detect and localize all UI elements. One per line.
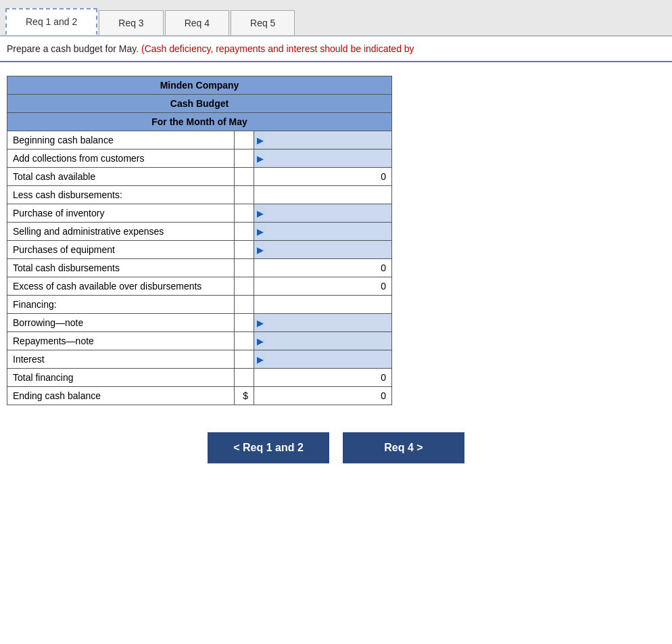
row-static-13: 0 (381, 372, 386, 383)
row-input-0[interactable] (265, 133, 389, 147)
row-label-6: Purchases of equipment (7, 241, 235, 259)
row-label-11: Repayments—note (7, 332, 235, 350)
table-row: Financing: (7, 296, 392, 314)
row-label-4: Purchase of inventory (7, 204, 235, 223)
row-dollar-3 (235, 186, 254, 204)
table-row: Total financing0 (7, 369, 392, 387)
input-arrow-4: ▶ (257, 208, 264, 218)
table-row: Add collections from customers▶ (7, 150, 392, 168)
input-arrow-5: ▶ (257, 227, 264, 237)
table-row: Beginning cash balance▶ (7, 131, 392, 150)
table-row: Total cash available0 (7, 168, 392, 186)
row-dollar-4 (235, 204, 254, 223)
prev-button[interactable]: < Req 1 and 2 (208, 432, 329, 463)
row-label-14: Ending cash balance (7, 387, 235, 405)
row-dollar-12 (235, 350, 254, 369)
row-dollar-7 (235, 259, 254, 277)
table-row: Borrowing—note▶ (7, 314, 392, 332)
row-label-10: Borrowing—note (7, 314, 235, 332)
row-label-13: Total financing (7, 369, 235, 387)
input-arrow-11: ▶ (257, 336, 264, 346)
row-value-10[interactable]: ▶ (254, 314, 391, 332)
table-row: Ending cash balance$0 (7, 387, 392, 405)
budget-title-text: Cash Budget (170, 98, 229, 109)
row-value-7: 0 (254, 259, 391, 277)
period-header: For the Month of May (7, 113, 392, 131)
tab-req4-label: Req 4 (185, 18, 210, 28)
input-arrow-10: ▶ (257, 318, 264, 328)
tabs-bar: Req 1 and 2 Req 3 Req 4 Req 5 (0, 0, 672, 37)
row-dollar-8 (235, 277, 254, 296)
row-input-1[interactable] (265, 151, 389, 166)
row-input-5[interactable] (265, 224, 389, 239)
row-value-5[interactable]: ▶ (254, 223, 391, 241)
tab-req1and2-label: Req 1 and 2 (26, 16, 77, 27)
row-value-4[interactable]: ▶ (254, 204, 391, 223)
tab-req3[interactable]: Req 3 (99, 10, 163, 35)
input-arrow-12: ▶ (257, 354, 264, 365)
row-label-9: Financing: (7, 296, 235, 314)
row-value-12[interactable]: ▶ (254, 350, 391, 369)
row-dollar-2 (235, 168, 254, 186)
row-label-1: Add collections from customers (7, 150, 235, 168)
next-button[interactable]: Req 4 > (343, 432, 464, 463)
table-container: Minden Company Cash Budget For the Month… (0, 62, 672, 412)
period-text: For the Month of May (151, 116, 247, 127)
row-label-5: Selling and administrative expenses (7, 223, 235, 241)
row-dollar-1 (235, 150, 254, 168)
bottom-nav: < Req 1 and 2 Req 4 > (0, 412, 672, 477)
row-value-6[interactable]: ▶ (254, 241, 391, 259)
company-name-text: Minden Company (160, 80, 239, 91)
row-label-8: Excess of cash available over disburseme… (7, 277, 235, 296)
row-value-3 (254, 186, 391, 204)
table-row: Purchases of equipment▶ (7, 241, 392, 259)
row-value-1[interactable]: ▶ (254, 150, 391, 168)
input-arrow-1: ▶ (257, 154, 264, 164)
instruction-prefix: Prepare a cash budget for May. (7, 43, 141, 54)
prev-button-label: < Req 1 and 2 (233, 442, 304, 453)
tab-req4[interactable]: Req 4 (165, 10, 229, 35)
row-dollar-13 (235, 369, 254, 387)
row-value-13: 0 (254, 369, 391, 387)
row-label-3: Less cash disbursements: (7, 186, 235, 204)
tab-req5[interactable]: Req 5 (231, 10, 295, 35)
row-static-7: 0 (381, 262, 386, 273)
company-name-header: Minden Company (7, 76, 392, 95)
table-row: Selling and administrative expenses▶ (7, 223, 392, 241)
row-input-4[interactable] (265, 206, 389, 221)
table-row: Less cash disbursements: (7, 186, 392, 204)
input-arrow-6: ▶ (257, 245, 264, 255)
next-button-label: Req 4 > (384, 442, 423, 453)
row-dollar-11 (235, 332, 254, 350)
row-label-7: Total cash disbursements (7, 259, 235, 277)
row-value-14: 0 (254, 387, 391, 405)
row-value-2: 0 (254, 168, 391, 186)
row-input-6[interactable] (265, 242, 389, 257)
table-row: Total cash disbursements0 (7, 259, 392, 277)
page-wrapper: Req 1 and 2 Req 3 Req 4 Req 5 Prepare a … (0, 0, 672, 644)
table-row: Interest▶ (7, 350, 392, 369)
row-static-14: 0 (381, 390, 386, 401)
tab-req1and2[interactable]: Req 1 and 2 (5, 8, 97, 35)
row-value-8: 0 (254, 277, 391, 296)
table-row: Repayments—note▶ (7, 332, 392, 350)
row-value-0[interactable]: ▶ (254, 131, 391, 150)
table-row: Purchase of inventory▶ (7, 204, 392, 223)
tab-req5-label: Req 5 (250, 18, 275, 28)
row-label-2: Total cash available (7, 168, 235, 186)
row-input-12[interactable] (265, 352, 389, 367)
row-value-9 (254, 296, 391, 314)
budget-title-header: Cash Budget (7, 95, 392, 113)
tab-req3-label: Req 3 (118, 18, 143, 28)
row-input-10[interactable] (265, 315, 389, 330)
row-static-8: 0 (381, 281, 386, 292)
row-label-12: Interest (7, 350, 235, 369)
row-label-0: Beginning cash balance (7, 131, 235, 150)
row-static-2: 0 (381, 171, 386, 182)
row-value-11[interactable]: ▶ (254, 332, 391, 350)
instruction-bar: Prepare a cash budget for May. (Cash def… (0, 37, 672, 62)
row-dollar-9 (235, 296, 254, 314)
row-input-11[interactable] (265, 334, 389, 348)
row-dollar-10 (235, 314, 254, 332)
row-dollar-5 (235, 223, 254, 241)
